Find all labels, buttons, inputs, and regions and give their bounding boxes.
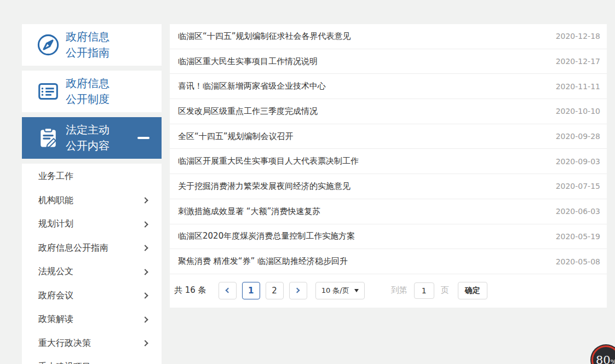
chevron-right-icon bbox=[142, 293, 148, 299]
page-button-2[interactable]: 2 bbox=[266, 282, 284, 299]
menu-item-gov-meetings[interactable]: 政府会议 bbox=[22, 284, 162, 308]
dropdown-arrow-icon bbox=[354, 289, 359, 292]
goto-page-group: 到第 页 bbox=[391, 282, 449, 299]
news-date: 2020-09-03 bbox=[556, 157, 600, 166]
news-date: 2020-12-18 bbox=[556, 32, 600, 41]
news-title-link[interactable]: 临淄区“十四五”规划编制征求社会各界代表意见 bbox=[178, 31, 351, 42]
menu-item-gov-info-guide[interactable]: 政府信息公开指南 bbox=[22, 236, 162, 261]
news-date: 2020-11-11 bbox=[556, 82, 600, 91]
menu-item-label: 业务工作 bbox=[38, 171, 73, 182]
percent-sign: % bbox=[611, 359, 615, 364]
news-title-link[interactable]: 区发改局区级重点工作三季度完成情况 bbox=[178, 106, 318, 117]
chevron-right-icon bbox=[142, 221, 148, 227]
news-panel: 临淄区“十四五”规划编制征求社会各界代表意见 2020-12-18 临淄区重大民… bbox=[170, 24, 607, 308]
news-row: 临淄区重大民生实事项目工作情况说明 2020-12-17 bbox=[170, 49, 607, 74]
sidebar-card-label: 政府信息 公开指南 bbox=[66, 29, 110, 61]
news-date: 2020-06-03 bbox=[556, 207, 600, 216]
news-title-link[interactable]: 临淄区重大民生实事项目工作情况说明 bbox=[178, 56, 318, 67]
goto-suffix-label: 页 bbox=[441, 285, 449, 296]
news-row: 临淄区开展重大民生实事项目人大代表票决制工作 2020-09-03 bbox=[170, 149, 607, 174]
menu-item-label: 机构职能 bbox=[38, 195, 73, 206]
page-button-1[interactable]: 1 bbox=[242, 282, 260, 299]
news-row: 聚焦消费 精准发“券” 临淄区助推经济稳步回升 2020-05-08 bbox=[170, 249, 607, 274]
chevron-right-icon bbox=[142, 316, 148, 322]
news-row: 关于挖掘消费潜力繁荣发展夜间经济的实施意见 2020-07-15 bbox=[170, 174, 607, 199]
news-row: 刺激措施成效显著 “大额”消费快速复苏 2020-06-03 bbox=[170, 199, 607, 224]
news-date: 2020-05-08 bbox=[556, 257, 600, 266]
news-title-link[interactable]: 临淄区2020年度煤炭消费总量控制工作实施方案 bbox=[178, 231, 355, 241]
chevron-right-icon bbox=[142, 269, 148, 275]
menu-item-label: 政策解读 bbox=[38, 314, 73, 325]
news-title-link[interactable]: 临淄区开展重大民生实事项目人大代表票决制工作 bbox=[178, 156, 359, 166]
menu-item-business-work[interactable]: 业务工作 bbox=[22, 165, 162, 189]
pagination-bar: 共 16 条 1 2 10 条/页 到第 页 确定 bbox=[170, 274, 607, 307]
news-row: 临淄区“十四五”规划编制征求社会各界代表意见 2020-12-18 bbox=[170, 24, 607, 49]
total-count-label: 共 16 条 bbox=[174, 285, 206, 296]
confirm-button[interactable]: 确定 bbox=[458, 282, 487, 299]
chevron-right-icon bbox=[142, 198, 148, 204]
menu-item-major-decisions[interactable]: 重大行政决策 bbox=[22, 332, 162, 356]
news-row: 临淄区2020年度煤炭消费总量控制工作实施方案 2020-05-19 bbox=[170, 224, 607, 250]
sidebar-card-gov-info-guide[interactable]: 政府信息 公开指南 bbox=[22, 24, 162, 66]
menu-item-label: 重大行政决策 bbox=[38, 338, 91, 349]
menu-item-label: 规划计划 bbox=[38, 218, 73, 230]
clipboard-pencil-icon bbox=[31, 126, 66, 150]
chevron-right-icon bbox=[142, 245, 148, 251]
sidebar-card-statutory-disclosure[interactable]: 法定主动 公开内容 bbox=[22, 117, 162, 159]
news-row: 区发改局区级重点工作三季度完成情况 2020-10-10 bbox=[170, 99, 607, 124]
menu-item-regulations[interactable]: 法规公文 bbox=[22, 260, 162, 284]
menu-item-label: 法规公文 bbox=[38, 266, 73, 278]
next-page-button[interactable] bbox=[289, 282, 307, 299]
goto-prefix-label: 到第 bbox=[391, 285, 407, 296]
news-row: 全区“十四五”规划编制会议召开 2020-09-28 bbox=[170, 124, 607, 149]
news-date: 2020-10-10 bbox=[556, 107, 600, 115]
news-title-link[interactable]: 全区“十四五”规划编制会议召开 bbox=[178, 131, 294, 142]
zoom-level-badge[interactable]: 80 % bbox=[590, 344, 615, 364]
news-title-link[interactable]: 刺激措施成效显著 “大额”消费快速复苏 bbox=[178, 206, 320, 217]
page-size-value: 10 条/页 bbox=[321, 286, 349, 296]
menu-item-plans[interactable]: 规划计划 bbox=[22, 212, 162, 236]
menu-item-org-functions[interactable]: 机构职能 bbox=[22, 189, 162, 213]
news-date: 2020-07-15 bbox=[556, 182, 600, 190]
news-date: 2020-05-19 bbox=[556, 232, 600, 241]
compass-icon bbox=[31, 32, 66, 57]
sidebar-card-label: 法定主动 公开内容 bbox=[66, 122, 110, 154]
chevron-right-icon bbox=[295, 288, 300, 293]
chevron-right-icon bbox=[142, 340, 148, 346]
menu-item-label: 政府信息公开指南 bbox=[38, 242, 108, 254]
news-title-link[interactable]: 聚焦消费 精准发“券” 临淄区助推经济稳步回升 bbox=[178, 256, 348, 267]
menu-item-label: 重大建设项目 bbox=[38, 361, 91, 364]
sidebar-card-label: 政府信息 公开制度 bbox=[66, 76, 110, 107]
news-date: 2020-12-17 bbox=[556, 57, 600, 66]
page-size-select[interactable]: 10 条/页 bbox=[315, 282, 365, 299]
menu-item-label: 政府会议 bbox=[38, 290, 73, 302]
sidebar: 政府信息 公开指南 政府信息 公开制度 bbox=[22, 24, 162, 364]
news-row: 喜讯！临淄区新增两家省级企业技术中心 2020-11-11 bbox=[170, 74, 607, 99]
rules-document-icon bbox=[31, 79, 66, 104]
sidebar-submenu: 业务工作 机构职能 规划计划 政府信息公开指南 法规公文 政府会议 政策解读 重… bbox=[22, 164, 162, 364]
news-title-link[interactable]: 喜讯！临淄区新增两家省级企业技术中心 bbox=[178, 81, 326, 91]
goto-page-input[interactable] bbox=[414, 282, 434, 299]
menu-item-policy-interpretation[interactable]: 政策解读 bbox=[22, 308, 162, 332]
sidebar-card-gov-info-rules[interactable]: 政府信息 公开制度 bbox=[22, 71, 162, 112]
news-date: 2020-09-28 bbox=[556, 132, 600, 141]
menu-item-major-projects[interactable]: 重大建设项目 bbox=[22, 355, 162, 364]
prev-page-button[interactable] bbox=[219, 282, 237, 299]
collapse-minus-icon[interactable] bbox=[137, 137, 150, 139]
zoom-value: 80 bbox=[596, 354, 611, 364]
chevron-left-icon bbox=[226, 288, 231, 293]
news-title-link[interactable]: 关于挖掘消费潜力繁荣发展夜间经济的实施意见 bbox=[178, 181, 350, 192]
